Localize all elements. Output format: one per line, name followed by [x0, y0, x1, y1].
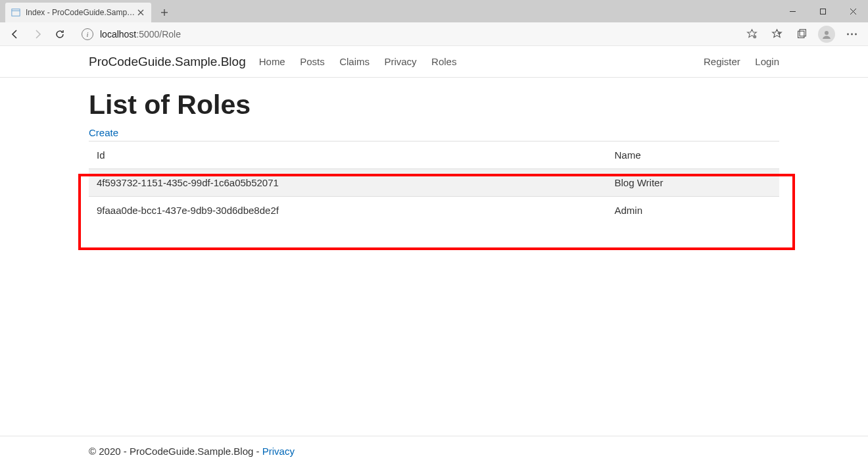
refresh-button[interactable] [49, 24, 71, 45]
tab-title: Index - ProCodeGuide.Sample.Bl [26, 8, 135, 17]
window-minimize-button[interactable] [777, 0, 808, 22]
footer: © 2020 - ProCodeGuide.Sample.Blog - Priv… [0, 436, 868, 466]
svg-point-10 [753, 35, 756, 38]
roles-table: Id Name 4f593732-1151-435c-99df-1c6a05b5… [89, 141, 779, 224]
column-header-name: Name [607, 142, 780, 169]
browser-toolbar: i localhost:5000/Role [0, 22, 868, 46]
svg-point-17 [851, 33, 853, 35]
back-button[interactable] [4, 24, 26, 45]
avatar-icon [818, 26, 835, 43]
shopping-icon[interactable] [739, 24, 764, 45]
page-title: List of Roles [89, 90, 779, 120]
svg-rect-7 [820, 9, 825, 14]
collections-icon[interactable] [789, 24, 814, 45]
browser-tab[interactable]: Index - ProCodeGuide.Sample.Bl [5, 3, 151, 22]
forward-button[interactable] [26, 24, 49, 45]
more-menu-button[interactable] [839, 24, 864, 45]
cell-id: 9faaa0de-bcc1-437e-9db9-30d6dbe8de2f [89, 197, 607, 224]
close-tab-icon[interactable] [135, 7, 146, 18]
nav-roles[interactable]: Roles [431, 56, 456, 67]
nav-claims[interactable]: Claims [339, 56, 370, 67]
url-path: :5000/Role [136, 29, 181, 39]
nav-login[interactable]: Login [755, 56, 779, 67]
nav-home[interactable]: Home [259, 56, 285, 67]
address-bar[interactable]: i localhost:5000/Role [75, 24, 735, 44]
window-close-button[interactable] [838, 0, 868, 22]
svg-point-16 [847, 33, 849, 35]
profile-button[interactable] [814, 24, 839, 45]
svg-rect-0 [12, 9, 20, 16]
create-link[interactable]: Create [89, 127, 118, 138]
cell-id: 4f593732-1151-435c-99df-1c6a05b52071 [89, 169, 607, 197]
brand-link[interactable]: ProCodeGuide.Sample.Blog [89, 55, 246, 69]
new-tab-button[interactable] [155, 3, 174, 22]
cell-name: Admin [607, 197, 780, 224]
svg-rect-13 [798, 31, 804, 38]
site-navbar: ProCodeGuide.Sample.Blog Home Posts Clai… [0, 46, 868, 78]
nav-privacy[interactable]: Privacy [384, 56, 416, 67]
browser-tab-strip: Index - ProCodeGuide.Sample.Bl [0, 0, 868, 22]
table-row: 9faaa0de-bcc1-437e-9db9-30d6dbe8de2f Adm… [89, 197, 779, 224]
favicon-icon [11, 7, 21, 18]
window-maximize-button[interactable] [808, 0, 838, 22]
window-controls [777, 0, 868, 22]
table-row: 4f593732-1151-435c-99df-1c6a05b52071 Blo… [89, 169, 779, 197]
favorites-icon[interactable] [764, 24, 789, 45]
site-info-icon[interactable]: i [82, 28, 93, 40]
nav-posts[interactable]: Posts [300, 56, 325, 67]
svg-point-15 [825, 31, 829, 35]
svg-point-18 [855, 33, 857, 35]
column-header-id: Id [89, 142, 607, 169]
cell-name: Blog Writer [607, 169, 780, 197]
footer-privacy-link[interactable]: Privacy [262, 446, 295, 457]
footer-text: © 2020 - ProCodeGuide.Sample.Blog - [89, 446, 262, 457]
nav-register[interactable]: Register [704, 56, 740, 67]
url-host: localhost [100, 29, 136, 39]
svg-rect-14 [800, 30, 806, 36]
